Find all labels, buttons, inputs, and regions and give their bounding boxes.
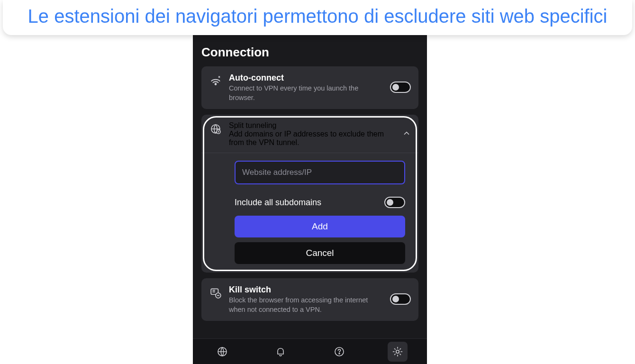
- caption-text: Le estensioni dei navigatori permettono …: [12, 4, 623, 28]
- svg-point-8: [396, 350, 399, 353]
- nav-globe[interactable]: [212, 342, 232, 362]
- kill-switch-title: Kill switch: [229, 285, 383, 295]
- split-tunneling-desc: Add domains or IP addresses to exclude t…: [229, 130, 396, 147]
- svg-point-0: [215, 83, 217, 85]
- app-panel: Connection Auto-connect Connect to VPN e…: [193, 0, 427, 364]
- bottom-nav: [193, 338, 427, 364]
- include-subdomains-toggle[interactable]: [384, 197, 405, 208]
- split-tunneling-title: Split tunneling: [229, 121, 396, 130]
- svg-point-7: [339, 353, 340, 354]
- split-tunneling-body: Include all subdomains Add Cancel: [201, 153, 418, 264]
- kill-switch-icon: [209, 285, 222, 299]
- settings-scroll[interactable]: Connection Auto-connect Connect to VPN e…: [193, 0, 427, 338]
- nav-help[interactable]: [329, 342, 349, 362]
- split-tunneling-header[interactable]: Split tunneling Add domains or IP addres…: [201, 115, 418, 153]
- split-tunneling-card: Split tunneling Add domains or IP addres…: [201, 115, 418, 273]
- cancel-button[interactable]: Cancel: [235, 242, 405, 264]
- website-address-input[interactable]: [235, 161, 405, 184]
- auto-connect-desc: Connect to VPN every time you launch the…: [229, 84, 383, 102]
- auto-connect-title: Auto-connect: [229, 73, 383, 83]
- include-subdomains-label: Include all subdomains: [235, 198, 321, 208]
- caption-banner: Le estensioni dei navigatori permettono …: [3, 0, 632, 35]
- wifi-icon: [209, 73, 222, 87]
- add-button[interactable]: Add: [235, 216, 405, 237]
- split-tunneling-icon: [209, 121, 222, 135]
- kill-switch-card: Kill switch Block the browser from acces…: [201, 278, 418, 321]
- nav-settings[interactable]: [388, 342, 408, 362]
- kill-switch-desc: Block the browser from accessing the int…: [229, 296, 383, 314]
- nav-notifications[interactable]: [271, 342, 290, 362]
- auto-connect-toggle[interactable]: [390, 82, 411, 93]
- include-subdomains-row: Include all subdomains: [235, 197, 405, 208]
- kill-switch-toggle[interactable]: [390, 293, 411, 305]
- chevron-up-icon[interactable]: [402, 129, 411, 137]
- auto-connect-card: Auto-connect Connect to VPN every time y…: [201, 66, 418, 109]
